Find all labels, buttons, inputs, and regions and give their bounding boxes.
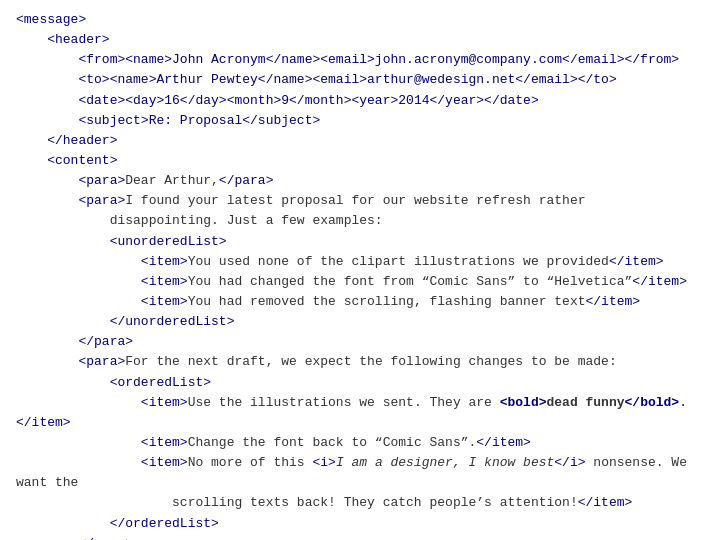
code-line: <content>: [16, 151, 704, 171]
code-line: disappointing. Just a few examples:: [16, 211, 704, 231]
code-line: <item>You had removed the scrolling, fla…: [16, 292, 704, 312]
code-line: <message>: [16, 10, 704, 30]
code-line: <orderedList>: [16, 373, 704, 393]
code-line: <from><name>John Acronym</name><email>jo…: [16, 50, 704, 70]
code-line: <para>For the next draft, we expect the …: [16, 352, 704, 372]
code-line: <item>Use the illustrations we sent. The…: [16, 393, 704, 433]
code-line: <para>I found your latest proposal for o…: [16, 191, 704, 211]
code-line: <item>You used none of the clipart illus…: [16, 252, 704, 272]
code-line: <item>No more of this <i>I am a designer…: [16, 453, 704, 493]
code-line: <header>: [16, 30, 704, 50]
code-line: </para>: [16, 534, 704, 540]
code-line: </header>: [16, 131, 704, 151]
code-display: <message> <header> <from><name>John Acro…: [16, 10, 704, 540]
code-line: <subject>Re: Proposal</subject>: [16, 111, 704, 131]
code-line: <unorderedList>: [16, 232, 704, 252]
code-line: <item>You had changed the font from “Com…: [16, 272, 704, 292]
code-line: <item>Change the font back to “Comic San…: [16, 433, 704, 453]
code-line: <para>Dear Arthur,</para>: [16, 171, 704, 191]
code-line: </para>: [16, 332, 704, 352]
code-line: </unorderedList>: [16, 312, 704, 332]
code-line: scrolling texts back! They catch people’…: [16, 493, 704, 513]
code-line: <date><day>16</day><month>9</month><year…: [16, 91, 704, 111]
code-line: <to><name>Arthur Pewtey</name><email>art…: [16, 70, 704, 90]
code-line: </orderedList>: [16, 514, 704, 534]
